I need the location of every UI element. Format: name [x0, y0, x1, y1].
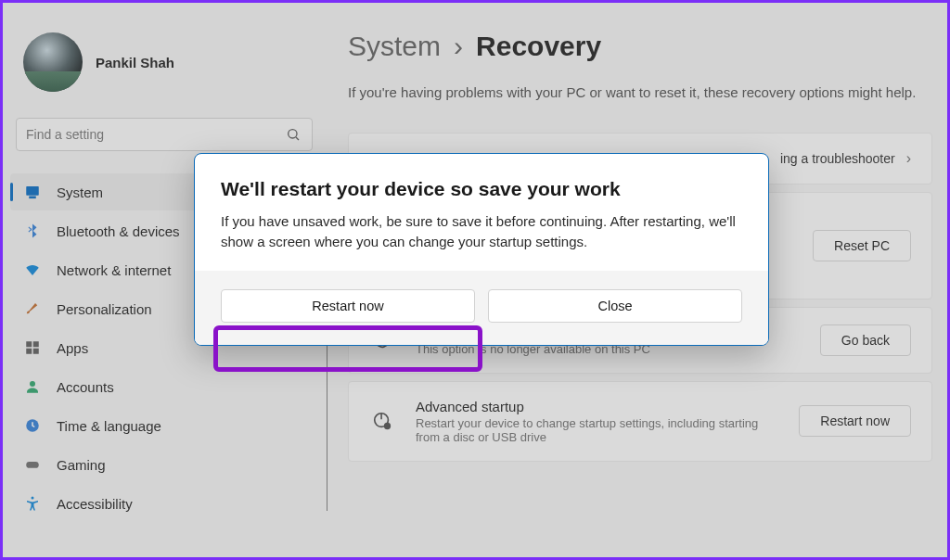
dialog-text: If you have unsaved work, be sure to sav…: [221, 211, 742, 252]
restart-confirm-dialog: We'll restart your device so save your w…: [194, 153, 769, 346]
dialog-close-button[interactable]: Close: [488, 289, 742, 323]
dialog-title: We'll restart your device so save your w…: [221, 178, 742, 200]
dialog-restart-now-button[interactable]: Restart now: [221, 289, 475, 323]
